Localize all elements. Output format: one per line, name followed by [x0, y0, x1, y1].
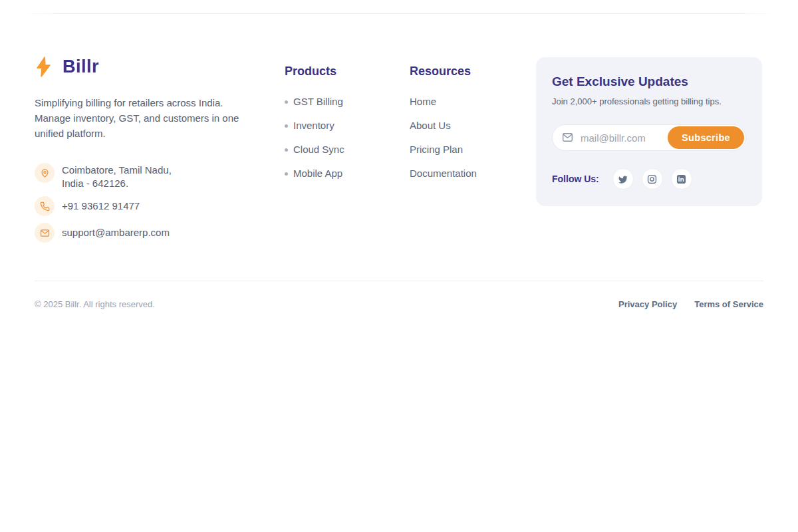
contact-list: Coimbatore, Tamil Nadu, India - 642126. …	[35, 163, 274, 243]
products-list: GST Billing Inventory Cloud Sync Mobile …	[285, 96, 344, 179]
mail-icon	[562, 132, 573, 142]
social-row: Follow Us:	[552, 168, 746, 190]
link-gst-billing[interactable]: GST Billing	[293, 96, 343, 107]
bullet-dot	[285, 100, 288, 104]
list-item: Home	[410, 96, 477, 107]
phone-text: +91 93612 91477	[62, 200, 140, 213]
bottom-divider	[35, 281, 763, 281]
address-line-2: India - 642126.	[62, 177, 172, 190]
twitter-icon[interactable]	[612, 168, 634, 190]
legal-links: Privacy Policy Terms of Service	[618, 299, 763, 309]
bullet-dot	[285, 172, 288, 176]
lightning-bolt-icon	[35, 57, 53, 77]
address-line-1: Coimbatore, Tamil Nadu,	[62, 164, 172, 177]
copyright-text: © 2025 Billr. All rights reserved.	[35, 299, 155, 309]
envelope-icon	[35, 223, 55, 243]
bullet-dot	[285, 124, 288, 128]
link-home[interactable]: Home	[410, 96, 436, 107]
list-item: GST Billing	[285, 96, 344, 107]
email-text: support@ambarerp.com	[62, 226, 170, 239]
link-mobile-app[interactable]: Mobile App	[293, 168, 342, 179]
newsletter-title: Get Exclusive Updates	[552, 74, 746, 89]
contact-address: Coimbatore, Tamil Nadu, India - 642126.	[35, 163, 274, 190]
link-about-us[interactable]: About Us	[410, 120, 451, 131]
newsletter-card: Get Exclusive Updates Join 2,000+ profes…	[536, 57, 762, 206]
link-cloud-sync[interactable]: Cloud Sync	[293, 144, 344, 155]
subscribe-form: Subscribe	[552, 124, 746, 151]
products-column: Products GST Billing Inventory Cloud Syn…	[285, 64, 344, 192]
brand-name: Billr	[63, 57, 99, 77]
newsletter-subtitle: Join 2,000+ professionals getting billin…	[552, 96, 746, 106]
terms-of-service-link[interactable]: Terms of Service	[694, 299, 763, 309]
address-text: Coimbatore, Tamil Nadu, India - 642126.	[62, 163, 172, 190]
brand-tagline: Simplifying billing for retailers across…	[35, 95, 245, 141]
contact-phone[interactable]: +91 93612 91477	[35, 196, 274, 216]
list-item: Documentation	[410, 168, 477, 179]
logo[interactable]: Billr	[35, 56, 274, 77]
link-inventory[interactable]: Inventory	[293, 120, 334, 131]
list-item: Inventory	[285, 120, 344, 131]
link-documentation[interactable]: Documentation	[410, 168, 477, 179]
list-item: Mobile App	[285, 168, 344, 179]
link-pricing-plan[interactable]: Pricing Plan	[410, 144, 463, 155]
resources-heading: Resources	[410, 64, 477, 78]
linkedin-icon[interactable]	[671, 168, 692, 190]
contact-email[interactable]: support@ambarerp.com	[35, 223, 274, 243]
products-heading: Products	[285, 64, 344, 78]
list-item: Cloud Sync	[285, 144, 344, 155]
resources-list: Home About Us Pricing Plan Documentation	[410, 96, 477, 179]
phone-icon	[35, 196, 55, 216]
map-pin-icon	[35, 163, 55, 183]
subscribe-button[interactable]: Subscribe	[668, 126, 744, 149]
resources-column: Resources Home About Us Pricing Plan Doc…	[410, 64, 477, 192]
bullet-dot	[285, 148, 288, 152]
follow-us-label: Follow Us:	[552, 174, 599, 184]
top-divider	[20, 13, 778, 14]
privacy-policy-link[interactable]: Privacy Policy	[618, 299, 677, 309]
instagram-icon[interactable]	[642, 168, 663, 190]
brand-column: Billr Simplifying billing for retailers …	[35, 56, 274, 249]
list-item: About Us	[410, 120, 477, 131]
list-item: Pricing Plan	[410, 144, 477, 155]
footer-page: Billr Simplifying billing for retailers …	[0, 0, 798, 532]
